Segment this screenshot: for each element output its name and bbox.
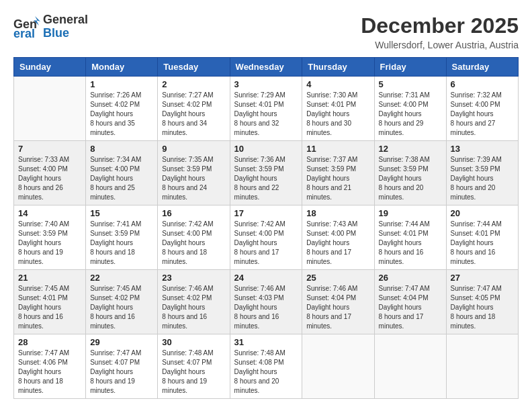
calendar-cell [302,334,374,399]
day-info: Sunrise: 7:47 AMSunset: 4:07 PMDaylight … [90,349,153,396]
day-info: Sunrise: 7:45 AMSunset: 4:01 PMDaylight … [18,284,81,331]
day-number: 4 [306,79,369,89]
day-info: Sunrise: 7:46 AMSunset: 4:04 PMDaylight … [306,284,369,331]
day-info: Sunrise: 7:46 AMSunset: 4:03 PMDaylight … [234,284,298,331]
calendar-cell: 5Sunrise: 7:31 AMSunset: 4:00 PMDaylight… [374,77,446,141]
day-number: 7 [18,144,81,154]
day-number: 1 [90,79,153,89]
day-info: Sunrise: 7:31 AMSunset: 4:00 PMDaylight … [379,91,442,138]
logo-general: General [43,13,88,27]
day-number: 17 [234,208,298,218]
day-info: Sunrise: 7:47 AMSunset: 4:06 PMDaylight … [18,349,81,396]
day-info: Sunrise: 7:39 AMSunset: 3:59 PMDaylight … [451,155,514,202]
logo-icon: Gen eral [13,15,40,39]
calendar-cell: 24Sunrise: 7:46 AMSunset: 4:03 PMDayligh… [230,270,302,334]
day-info: Sunrise: 7:47 AMSunset: 4:05 PMDaylight … [451,284,514,331]
calendar-cell: 25Sunrise: 7:46 AMSunset: 4:04 PMDayligh… [302,270,374,334]
page-header: Gen eral General Blue December 2025 Wull… [13,13,519,50]
calendar-cell: 7Sunrise: 7:33 AMSunset: 4:00 PMDaylight… [14,141,86,205]
day-info: Sunrise: 7:44 AMSunset: 4:01 PMDaylight … [379,220,442,267]
day-number: 30 [162,337,225,347]
day-header-thursday: Thursday [302,58,374,77]
day-number: 26 [379,273,442,283]
day-info: Sunrise: 7:26 AMSunset: 4:02 PMDaylight … [90,91,153,138]
day-info: Sunrise: 7:30 AMSunset: 4:01 PMDaylight … [306,91,369,138]
day-number: 6 [451,79,514,89]
day-number: 5 [379,79,442,89]
day-info: Sunrise: 7:29 AMSunset: 4:01 PMDaylight … [234,91,298,138]
month-title: December 2025 [361,13,519,38]
calendar-cell: 21Sunrise: 7:45 AMSunset: 4:01 PMDayligh… [14,270,86,334]
day-number: 10 [234,144,298,154]
logo: Gen eral General Blue [13,13,88,40]
svg-text:eral: eral [13,27,35,39]
calendar-cell: 31Sunrise: 7:48 AMSunset: 4:08 PMDayligh… [230,334,302,399]
calendar-cell: 29Sunrise: 7:47 AMSunset: 4:07 PMDayligh… [86,334,158,399]
logo-blue: Blue [43,27,88,40]
calendar-cell: 9Sunrise: 7:35 AMSunset: 3:59 PMDaylight… [158,141,230,205]
day-number: 18 [306,208,369,218]
day-info: Sunrise: 7:38 AMSunset: 3:59 PMDaylight … [379,155,442,202]
calendar-cell: 19Sunrise: 7:44 AMSunset: 4:01 PMDayligh… [374,205,446,270]
day-info: Sunrise: 7:40 AMSunset: 3:59 PMDaylight … [18,220,81,267]
day-number: 20 [451,208,514,218]
calendar-cell: 3Sunrise: 7:29 AMSunset: 4:01 PMDaylight… [230,77,302,141]
day-number: 11 [306,144,369,154]
calendar-week-4: 21Sunrise: 7:45 AMSunset: 4:01 PMDayligh… [14,270,519,334]
day-number: 12 [379,144,442,154]
calendar-cell: 16Sunrise: 7:42 AMSunset: 4:00 PMDayligh… [158,205,230,270]
location: Wullersdorf, Lower Austria, Austria [361,40,519,50]
day-number: 24 [234,273,298,283]
calendar-header-row: SundayMondayTuesdayWednesdayThursdayFrid… [14,58,519,77]
calendar-cell: 18Sunrise: 7:43 AMSunset: 4:00 PMDayligh… [302,205,374,270]
calendar-cell: 8Sunrise: 7:34 AMSunset: 4:00 PMDaylight… [86,141,158,205]
day-info: Sunrise: 7:48 AMSunset: 4:07 PMDaylight … [162,349,225,396]
day-info: Sunrise: 7:44 AMSunset: 4:01 PMDaylight … [451,220,514,267]
day-number: 31 [234,337,298,347]
day-info: Sunrise: 7:36 AMSunset: 3:59 PMDaylight … [234,155,298,202]
calendar-cell: 28Sunrise: 7:47 AMSunset: 4:06 PMDayligh… [14,334,86,399]
day-number: 19 [379,208,442,218]
day-info: Sunrise: 7:48 AMSunset: 4:08 PMDaylight … [234,349,298,396]
calendar-cell: 26Sunrise: 7:47 AMSunset: 4:04 PMDayligh… [374,270,446,334]
day-number: 21 [18,273,81,283]
calendar-week-2: 7Sunrise: 7:33 AMSunset: 4:00 PMDaylight… [14,141,519,205]
calendar-cell: 10Sunrise: 7:36 AMSunset: 3:59 PMDayligh… [230,141,302,205]
day-info: Sunrise: 7:43 AMSunset: 4:00 PMDaylight … [306,220,369,267]
calendar-cell: 30Sunrise: 7:48 AMSunset: 4:07 PMDayligh… [158,334,230,399]
calendar-week-5: 28Sunrise: 7:47 AMSunset: 4:06 PMDayligh… [14,334,519,399]
calendar-cell: 23Sunrise: 7:46 AMSunset: 4:02 PMDayligh… [158,270,230,334]
day-header-sunday: Sunday [14,58,86,77]
day-header-saturday: Saturday [446,58,518,77]
calendar-table: SundayMondayTuesdayWednesdayThursdayFrid… [13,57,519,399]
day-number: 3 [234,79,298,89]
day-number: 15 [90,208,153,218]
day-header-monday: Monday [86,58,158,77]
day-number: 13 [451,144,514,154]
calendar-cell [374,334,446,399]
calendar-cell: 1Sunrise: 7:26 AMSunset: 4:02 PMDaylight… [86,77,158,141]
calendar-cell [446,334,518,399]
day-info: Sunrise: 7:45 AMSunset: 4:02 PMDaylight … [90,284,153,331]
day-info: Sunrise: 7:33 AMSunset: 4:00 PMDaylight … [18,155,81,202]
calendar-cell: 4Sunrise: 7:30 AMSunset: 4:01 PMDaylight… [302,77,374,141]
day-number: 8 [90,144,153,154]
day-number: 25 [306,273,369,283]
calendar-week-1: 1Sunrise: 7:26 AMSunset: 4:02 PMDaylight… [14,77,519,141]
calendar-cell: 13Sunrise: 7:39 AMSunset: 3:59 PMDayligh… [446,141,518,205]
day-info: Sunrise: 7:37 AMSunset: 3:59 PMDaylight … [306,155,369,202]
calendar-cell: 17Sunrise: 7:42 AMSunset: 4:00 PMDayligh… [230,205,302,270]
day-info: Sunrise: 7:35 AMSunset: 3:59 PMDaylight … [162,155,225,202]
day-info: Sunrise: 7:34 AMSunset: 4:00 PMDaylight … [90,155,153,202]
day-number: 27 [451,273,514,283]
day-info: Sunrise: 7:46 AMSunset: 4:02 PMDaylight … [162,284,225,331]
calendar-cell: 12Sunrise: 7:38 AMSunset: 3:59 PMDayligh… [374,141,446,205]
day-info: Sunrise: 7:32 AMSunset: 4:00 PMDaylight … [451,91,514,138]
calendar-cell: 14Sunrise: 7:40 AMSunset: 3:59 PMDayligh… [14,205,86,270]
calendar-week-3: 14Sunrise: 7:40 AMSunset: 3:59 PMDayligh… [14,205,519,270]
day-info: Sunrise: 7:42 AMSunset: 4:00 PMDaylight … [162,220,225,267]
calendar-cell [14,77,86,141]
day-number: 29 [90,337,153,347]
day-number: 9 [162,144,225,154]
calendar-cell: 2Sunrise: 7:27 AMSunset: 4:02 PMDaylight… [158,77,230,141]
